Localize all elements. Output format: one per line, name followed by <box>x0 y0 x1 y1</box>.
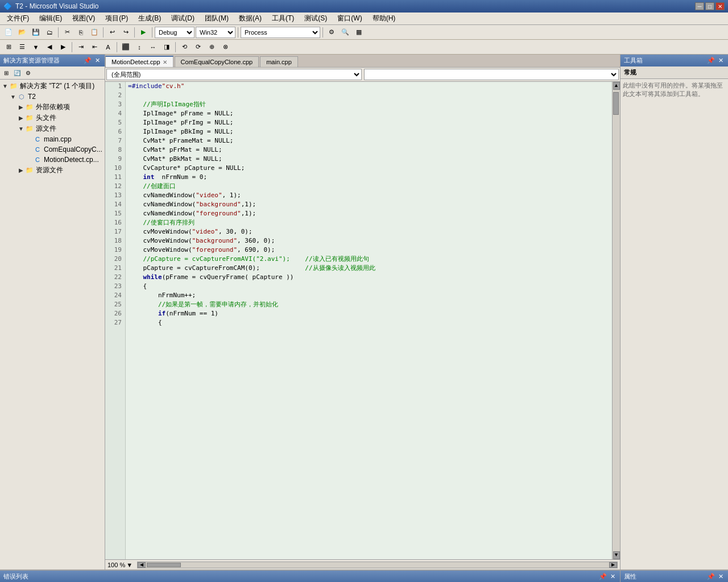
zoom-dropdown-icon[interactable]: ▼ <box>126 562 133 568</box>
menu-edit[interactable]: 编辑(E) <box>35 13 67 24</box>
tree-external-deps[interactable]: ▶ 📁 外部依赖项 <box>17 102 104 113</box>
menu-window[interactable]: 窗口(W) <box>333 13 366 24</box>
menu-tools[interactable]: 工具(T) <box>267 13 299 24</box>
minimize-button[interactable]: ─ <box>695 2 704 10</box>
tab-close-motiondetect[interactable]: ✕ <box>163 59 167 65</box>
tb2-btn9[interactable]: ⬛ <box>119 41 132 53</box>
code-line-18: cvMoveWindow("background", 360, 0); <box>128 236 610 246</box>
tab-maincpp[interactable]: main.cpp <box>260 56 298 67</box>
properties-controls[interactable]: 📌 ✕ <box>706 573 725 580</box>
menu-file[interactable]: 文件(F) <box>2 13 34 24</box>
editor-hscroll[interactable]: ◀ ▶ <box>137 562 618 568</box>
tb2-btn2[interactable]: ☰ <box>16 41 28 53</box>
process-combo[interactable]: Process <box>241 27 320 38</box>
hscroll-left-btn[interactable]: ◀ <box>138 562 146 568</box>
tb2-btn3[interactable]: ▼ <box>30 41 42 53</box>
tb2-btn7[interactable]: ⇤ <box>88 41 101 53</box>
tree-main-cpp[interactable]: C main.cpp <box>25 134 104 144</box>
scroll-thumb[interactable] <box>613 92 619 115</box>
tb2-btn5[interactable]: ▶ <box>57 41 69 53</box>
sol-toolbar-btn3[interactable]: ⚙ <box>23 68 33 78</box>
tb2-btn16[interactable]: ⊗ <box>219 41 231 53</box>
menu-data[interactable]: 数据(A) <box>234 13 266 24</box>
sol-close-button[interactable]: ✕ <box>94 57 101 64</box>
run-button[interactable]: ▶ <box>137 27 150 38</box>
code-content[interactable]: =#include"cv.h" //声明IplImage指针 IplImage*… <box>126 82 612 559</box>
editor-vscroll[interactable]: ▲ ▼ <box>612 82 620 559</box>
tb2-btn1[interactable]: ⊞ <box>2 41 15 53</box>
platform-combo[interactable]: Win32 <box>196 27 235 38</box>
toolbox-close-btn[interactable]: ✕ <box>717 57 725 64</box>
save-button[interactable]: 💾 <box>30 27 42 38</box>
menu-test[interactable]: 测试(S) <box>300 13 332 24</box>
tb2-btn11[interactable]: ↔ <box>147 41 159 53</box>
tb2-btn13[interactable]: ⟲ <box>178 41 191 53</box>
toolbox-controls[interactable]: 📌 ✕ <box>706 57 725 64</box>
code-line-15: cvNamedWindow("foreground",1); <box>128 209 610 218</box>
menu-build[interactable]: 生成(B) <box>134 13 166 24</box>
scroll-down-btn[interactable]: ▼ <box>613 551 620 559</box>
sources-label: 源文件 <box>36 124 56 134</box>
menu-team[interactable]: 团队(M) <box>200 13 233 24</box>
tree-headers[interactable]: ▶ 📁 头文件 <box>17 113 104 123</box>
save-all-button[interactable]: 🗂 <box>43 27 56 38</box>
tree-comequalcopy[interactable]: C ComEqualCopyC... <box>25 144 104 155</box>
tab-motiondetect[interactable]: MotionDetect.cpp ✕ <box>105 56 173 67</box>
toolbar-btn-a[interactable]: ⚙ <box>325 27 338 38</box>
code-line-4: IplImage* pFrame = NULL; <box>128 109 610 118</box>
error-close-btn[interactable]: ✕ <box>609 573 617 580</box>
ln15: 15 <box>105 209 125 218</box>
paste-button[interactable]: 📋 <box>88 27 101 38</box>
error-pin-btn[interactable]: 📌 <box>598 573 608 580</box>
code-line-16: //使窗口有序排列 <box>128 218 610 227</box>
menu-help[interactable]: 帮助(H) <box>368 13 400 24</box>
tb2-btn14[interactable]: ⟳ <box>192 41 204 53</box>
open-file-button[interactable]: 📂 <box>16 27 28 38</box>
sol-toolbar-btn2[interactable]: 🔄 <box>12 68 22 78</box>
tree-solution[interactable]: ▼ 📁 解决方案 "T2" (1 个项目) <box>1 81 104 92</box>
function-dropdown[interactable] <box>364 69 619 80</box>
scroll-up-btn[interactable]: ▲ <box>613 82 620 90</box>
zoom-control[interactable]: 100 % ▼ <box>107 562 133 568</box>
debug-config-combo[interactable]: Debug <box>155 27 195 38</box>
tree-sources[interactable]: ▼ 📁 源文件 <box>17 123 104 134</box>
toolbar-btn-b[interactable]: 🔍 <box>339 27 351 38</box>
hscroll-thumb[interactable] <box>147 563 181 567</box>
solution-explorer-controls[interactable]: 📌 ✕ <box>82 57 101 64</box>
bottom-panels: 错误列表 📌 ✕ ⊗ 97 个错误 ⚠ 0 个警告 ℹ 0 个消息 <box>0 569 728 582</box>
tb2-btn8[interactable]: A <box>102 41 114 53</box>
tb2-btn4[interactable]: ◀ <box>43 41 56 53</box>
menu-project[interactable]: 项目(P) <box>101 13 133 24</box>
maximize-button[interactable]: □ <box>705 2 714 10</box>
sol-toolbar-btn1[interactable]: ⊞ <box>1 68 11 78</box>
tb2-btn6[interactable]: ⇥ <box>75 41 87 53</box>
app-icon: 🔷 <box>3 2 12 10</box>
tab-comequal[interactable]: ComEqualCopyClone.cpp <box>175 56 259 67</box>
scope-dropdown[interactable]: (全局范围) <box>106 69 362 80</box>
tree-motiondetect[interactable]: C MotionDetect.cp... <box>25 155 104 165</box>
solution-icon: 📁 <box>9 82 18 91</box>
sol-pin-button[interactable]: 📌 <box>82 57 93 64</box>
redo-button[interactable]: ↪ <box>119 27 132 38</box>
prop-close-btn[interactable]: ✕ <box>717 573 725 580</box>
tb2-btn15[interactable]: ⊕ <box>205 41 218 53</box>
error-list-controls[interactable]: 📌 ✕ <box>598 573 617 580</box>
cut-button[interactable]: ✂ <box>61 27 73 38</box>
ln27: 27 <box>105 318 125 327</box>
window-title: T2 - Microsoft Visual Studio <box>15 2 99 10</box>
new-file-button[interactable]: 📄 <box>2 27 15 38</box>
tree-resources[interactable]: ▶ 📁 资源文件 <box>17 165 104 176</box>
toolbox-pin-btn[interactable]: 📌 <box>706 57 716 64</box>
tb2-btn12[interactable]: ◨ <box>160 41 173 53</box>
prop-pin-btn[interactable]: 📌 <box>706 573 716 580</box>
menu-debug[interactable]: 调试(D) <box>167 13 199 24</box>
close-button[interactable]: ✕ <box>715 2 725 10</box>
toolbar-btn-c[interactable]: ▦ <box>353 27 365 38</box>
undo-button[interactable]: ↩ <box>106 27 118 38</box>
tb2-btn10[interactable]: ↕ <box>133 41 146 53</box>
copy-button[interactable]: ⎘ <box>75 27 87 38</box>
hscroll-right-btn[interactable]: ▶ <box>609 562 617 568</box>
title-controls[interactable]: ─ □ ✕ <box>695 2 725 10</box>
menu-view[interactable]: 视图(V) <box>68 13 100 24</box>
tree-project[interactable]: ▼ ⬡ T2 <box>9 92 104 102</box>
